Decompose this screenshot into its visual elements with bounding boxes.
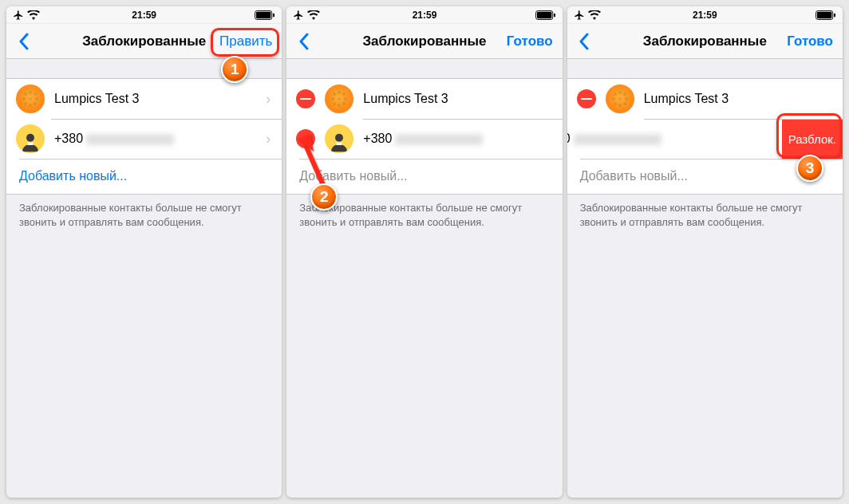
redacted-number	[86, 134, 174, 145]
blocked-contact-row[interactable]: Lumpics Test 3	[567, 79, 843, 119]
blocked-list: Lumpics Test 3 +380 Добавить новый...	[286, 78, 562, 195]
unblock-button[interactable]: Разблок.	[782, 119, 843, 159]
blocked-contact-row[interactable]: Lumpics Test 3	[286, 79, 562, 119]
contact-name: Lumpics Test 3	[54, 92, 266, 106]
avatar-icon	[16, 124, 45, 153]
step-badge-3: 3	[796, 155, 823, 182]
blocked-contact-row[interactable]: +380 ›	[6, 119, 282, 159]
chevron-right-icon: ›	[266, 131, 270, 148]
contact-name: Lumpics Test 3	[644, 92, 843, 106]
nav-bar: Заблокированные Готово	[567, 24, 843, 59]
done-button[interactable]: Готово	[502, 30, 558, 53]
back-button[interactable]	[11, 33, 35, 50]
svg-point-3	[26, 134, 34, 142]
contact-name: +380	[567, 132, 747, 146]
edit-button[interactable]: Править	[215, 30, 277, 53]
redacted-number	[574, 134, 661, 145]
back-button[interactable]	[291, 33, 315, 50]
nav-bar: Заблокированные Править	[6, 24, 282, 59]
back-button[interactable]	[572, 33, 596, 50]
footer-text: Заблокированные контакты больше не смогу…	[567, 195, 843, 229]
status-time: 21:59	[286, 10, 562, 21]
delete-minus-icon[interactable]	[296, 129, 315, 148]
svg-rect-9	[337, 143, 342, 145]
phone-panel-3: 21:59 Заблокированные Готово Lumpics Tes…	[567, 6, 843, 498]
done-button[interactable]: Готово	[782, 30, 838, 53]
contact-name: +380	[363, 132, 562, 146]
nav-bar: Заблокированные Готово	[286, 24, 562, 59]
svg-rect-4	[28, 143, 34, 145]
phone-panel-1: 21:59 Заблокированные Править Lumpics Te…	[6, 6, 282, 498]
footer-text: Заблокированные контакты больше не смогу…	[6, 195, 282, 229]
contact-name: +380	[54, 132, 266, 146]
chevron-right-icon: ›	[266, 91, 270, 108]
blocked-contact-row[interactable]: Lumpics Test 3 ›	[6, 79, 282, 119]
status-time: 21:59	[6, 10, 282, 21]
status-bar: 21:59	[567, 6, 843, 24]
status-bar: 21:59	[286, 6, 562, 24]
status-bar: 21:59	[6, 6, 282, 24]
blocked-contact-row[interactable]: +380 Разблок.	[567, 119, 843, 159]
delete-minus-icon[interactable]	[577, 89, 596, 108]
redacted-number	[395, 134, 483, 145]
blocked-list: Lumpics Test 3 › +380 › Добавить новый..…	[6, 78, 282, 195]
contact-name: Lumpics Test 3	[363, 92, 562, 106]
svg-point-8	[335, 134, 343, 142]
avatar-icon	[325, 124, 353, 153]
delete-minus-icon[interactable]	[296, 89, 315, 108]
status-time: 21:59	[567, 10, 843, 21]
phone-panel-2: 21:59 Заблокированные Готово Lumpics Tes…	[286, 6, 562, 498]
avatar-icon	[606, 85, 634, 113]
avatar-icon	[16, 85, 45, 113]
blocked-contact-row[interactable]: +380	[286, 119, 562, 159]
avatar-icon	[325, 85, 353, 113]
add-new-button[interactable]: Добавить новый...	[6, 159, 282, 194]
